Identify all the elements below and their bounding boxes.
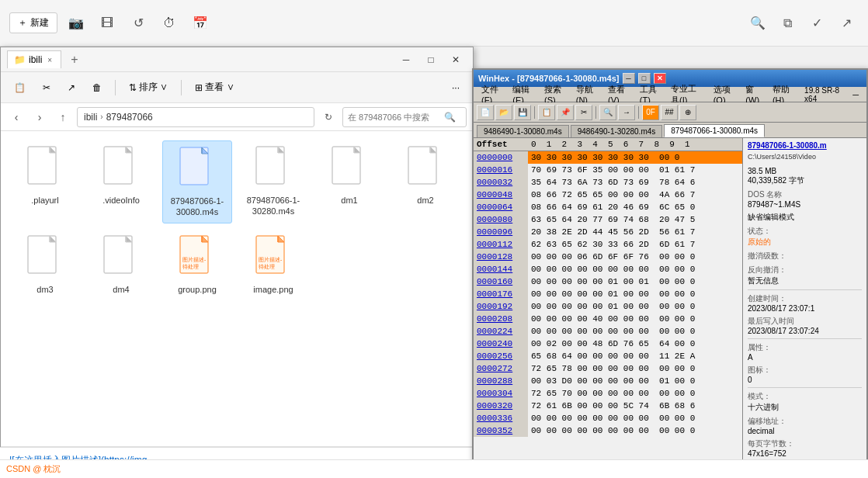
wx-open-btn[interactable]: 📂 (495, 105, 512, 120)
search-input[interactable] (348, 113, 441, 122)
hex-offset[interactable]: 0000288 (474, 375, 528, 387)
check-icon[interactable]: ✓ (804, 11, 829, 36)
more-btn[interactable]: ··· (445, 78, 467, 97)
hex-offset[interactable]: 0000192 (474, 300, 528, 313)
hex-data-row[interactable]: 0000048 08 66 72 65 65 00 00 00 4A 66 7 (474, 189, 742, 201)
file-item[interactable]: dm3 (10, 230, 80, 300)
hex-data-row[interactable]: 0000128 00 00 00 06 6D 6F 6F 76 00 00 0 (474, 251, 742, 263)
hex-data-row[interactable]: 0000064 08 66 64 69 61 20 46 69 6C 65 0 (474, 201, 742, 213)
hex-offset[interactable]: 0000272 (474, 362, 528, 375)
new-button[interactable]: ＋ 新建 (9, 12, 57, 33)
hex-offset[interactable]: 0000144 (474, 263, 528, 275)
calendar-icon-btn[interactable]: 📅 (188, 11, 213, 36)
hex-offset[interactable]: 0000176 (474, 288, 528, 300)
hex-offset[interactable]: 0000016 (474, 164, 528, 176)
wx-search-btn[interactable]: 🔍 (599, 105, 616, 120)
maximize-btn[interactable]: □ (420, 52, 442, 68)
wx-tab-2[interactable]: 9486490-1-30280.m4s (571, 125, 663, 137)
new-tab-btn[interactable]: + (66, 53, 82, 67)
wx-tab-3[interactable]: 879487066-1-30080.m4s (664, 124, 765, 137)
wx-copy-btn[interactable]: 📋 (538, 105, 555, 120)
hex-data-row[interactable]: 0000192 00 00 00 00 00 01 00 00 00 00 0 (474, 300, 742, 313)
search-zoom-icon[interactable]: 🔍 (745, 11, 770, 36)
view-btn[interactable]: ⊞ 查看 ∨ (188, 77, 241, 98)
share-icon[interactable]: ↗ (834, 11, 859, 36)
file-item[interactable]: dm2 (391, 140, 460, 223)
hex-offset[interactable]: 0000352 (474, 424, 528, 437)
wx-new-btn[interactable]: 📄 (477, 105, 494, 120)
hex-offset[interactable]: 0000240 (474, 338, 528, 350)
hex-data-row[interactable]: 0000288 00 03 D0 00 00 00 00 00 01 00 0 (474, 375, 742, 387)
hex-offset[interactable]: 0000080 (474, 213, 528, 226)
wx-save-btn[interactable]: 💾 (514, 105, 531, 120)
hex-offset[interactable]: 0000224 (474, 325, 528, 338)
file-item[interactable]: dm4 (86, 230, 156, 300)
sort-btn[interactable]: ⇅ 排序 ∨ (122, 77, 175, 98)
delete-toolbar-btn[interactable]: 🗑 (85, 78, 109, 97)
hex-offset[interactable]: 0000160 (474, 275, 528, 288)
wx-paste-btn[interactable]: 📌 (557, 105, 574, 120)
hex-data-row[interactable]: 0000160 00 00 00 00 00 01 00 01 00 00 0 (474, 275, 742, 288)
hex-offset[interactable]: 0000256 (474, 350, 528, 362)
hex-offset[interactable]: 0000128 (474, 251, 528, 263)
copy-icon[interactable]: ⧉ (775, 11, 800, 36)
photo-icon-btn[interactable]: 📷 (64, 11, 89, 36)
hex-offset[interactable]: 0000032 (474, 176, 528, 189)
file-item[interactable]: .videoInfo (86, 140, 156, 223)
menu-extra[interactable]: ─ (848, 88, 863, 101)
copy-toolbar-btn[interactable]: 📋 (7, 78, 33, 97)
hex-data-row[interactable]: 0000096 20 38 2E 2D 44 45 56 2D 56 61 7 (474, 226, 742, 238)
hex-data-row[interactable]: 0000240 00 02 00 00 48 6D 76 65 64 00 0 (474, 338, 742, 350)
hex-panel[interactable]: Offset 0 1 2 3 4 5 6 7 8 9 1 0000000 30 … (474, 138, 742, 476)
explorer-tab[interactable]: 📁 ibili × (7, 50, 61, 68)
forward-btn[interactable]: › (30, 108, 49, 126)
hex-data-row[interactable]: 0000304 72 65 70 00 00 00 00 00 00 00 0 (474, 387, 742, 400)
hex-data-row[interactable]: 0000272 72 65 78 00 00 00 00 00 00 00 0 (474, 362, 742, 375)
file-item[interactable]: dm1 (314, 140, 384, 223)
hex-data-row[interactable]: 0000352 00 00 00 00 00 00 00 00 00 00 0 (474, 424, 742, 437)
hex-data-row[interactable]: 0000320 72 61 6B 00 00 00 5C 74 6B 68 6 (474, 400, 742, 412)
minimize-btn[interactable]: ─ (395, 52, 417, 68)
share-toolbar-btn[interactable]: ↗ (61, 78, 82, 97)
hex-offset[interactable]: 0000208 (474, 313, 528, 325)
file-item-selected[interactable]: 879487066-1-30080.m4s (162, 140, 232, 223)
hex-offset[interactable]: 0000336 (474, 412, 528, 424)
hex-data-row[interactable]: 0000112 62 63 65 62 30 33 66 2D 6D 61 7 (474, 238, 742, 251)
cut-toolbar-btn[interactable]: ✂ (36, 78, 57, 97)
hex-offset[interactable]: 0000048 (474, 189, 528, 201)
back-btn[interactable]: ‹ (7, 108, 26, 126)
hex-data-row[interactable]: 0000080 63 65 64 20 77 69 74 68 20 47 5 (474, 213, 742, 226)
tab-close-btn[interactable]: × (45, 55, 54, 65)
wx-tab-1[interactable]: 9486490-1-30080.m4s (477, 125, 569, 137)
video-icon-btn[interactable]: 🎞 (95, 11, 120, 36)
hex-offset[interactable]: 0000064 (474, 201, 528, 213)
file-item[interactable]: .playurl (10, 140, 80, 223)
hex-data-row[interactable]: 0000224 00 00 00 00 00 00 00 00 00 00 0 (474, 325, 742, 338)
hex-data-row[interactable]: 0000256 65 68 64 00 00 00 00 00 11 2E A (474, 350, 742, 362)
hex-data-row[interactable]: 0000144 00 00 00 00 00 00 00 00 00 00 0 (474, 263, 742, 275)
file-item[interactable]: 图片描述- 待处理 image.png (238, 230, 308, 300)
clock-icon-btn[interactable]: ⏱ (157, 11, 182, 36)
file-item[interactable]: 图片描述- 待处理 group.png (162, 230, 232, 300)
hex-offset[interactable]: 0000000 (474, 151, 528, 164)
hex-data-row[interactable]: 0000336 00 00 00 00 00 00 00 00 00 00 0 (474, 412, 742, 424)
hex-offset[interactable]: 0000304 (474, 387, 528, 400)
hex-data-row[interactable]: 0000208 00 00 00 00 40 00 00 00 00 00 0 (474, 313, 742, 325)
wx-calc-btn[interactable]: ⊕ (679, 105, 696, 120)
hex-offset[interactable]: 0000112 (474, 238, 528, 251)
refresh-btn[interactable]: ↻ (319, 108, 338, 126)
hex-data-row[interactable]: 0000032 35 64 73 6A 73 6D 73 69 78 64 6 (474, 176, 742, 189)
wx-hash-btn[interactable]: ## (661, 105, 678, 120)
close-btn[interactable]: ✕ (445, 52, 467, 68)
up-btn[interactable]: ↑ (54, 108, 72, 126)
hex-data-row[interactable]: 0000016 70 69 73 6F 35 00 00 00 01 61 7 (474, 164, 742, 176)
rotate-icon-btn[interactable]: ↺ (126, 11, 151, 36)
hex-data-row[interactable]: 0000176 00 00 00 00 00 01 00 00 00 00 0 (474, 288, 742, 300)
address-path[interactable]: ibili › 879487066 (77, 107, 314, 127)
file-item[interactable]: 879487066-1-30280.m4s (238, 140, 308, 223)
wx-goto-btn[interactable]: → (618, 105, 635, 120)
hex-data-row[interactable]: 0000000 30 30 30 30 30 30 30 30 00 0 (474, 151, 742, 164)
wx-cut-btn[interactable]: ✂ (575, 105, 592, 120)
hex-offset[interactable]: 0000096 (474, 226, 528, 238)
hex-offset[interactable]: 0000320 (474, 400, 528, 412)
